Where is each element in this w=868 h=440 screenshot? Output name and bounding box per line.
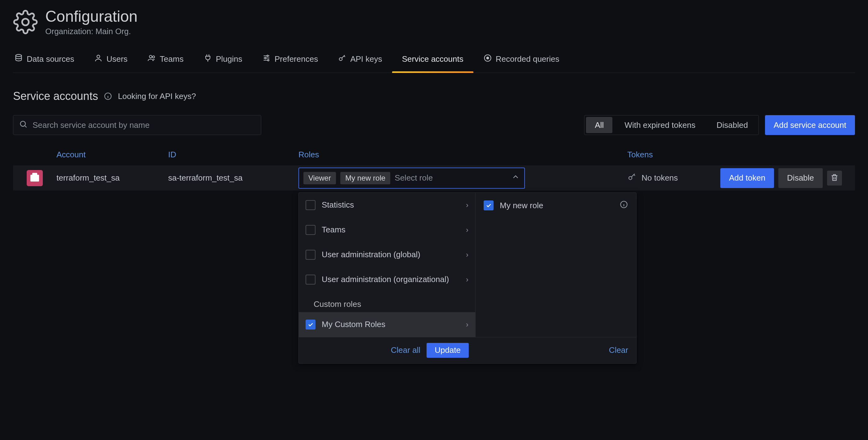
account-id: sa-terraform_test_sa: [168, 173, 299, 183]
role-chip-viewer[interactable]: Viewer: [303, 172, 336, 184]
role-detail-my-new-role[interactable]: My new role: [475, 193, 636, 218]
filter-all[interactable]: All: [586, 117, 612, 133]
col-tokens: Tokens: [627, 150, 720, 159]
tab-data-sources[interactable]: Data sources: [13, 48, 75, 72]
tab-api-keys[interactable]: API keys: [337, 48, 383, 72]
tab-label: Recorded queries: [496, 54, 559, 64]
info-icon[interactable]: [620, 200, 628, 211]
gear-icon: [13, 10, 38, 34]
chevron-right-icon: ›: [466, 275, 468, 284]
plug-icon: [204, 54, 212, 64]
row-actions: Add token Disable: [720, 168, 868, 188]
dropdown-left-column: Statistics › Teams › U: [299, 193, 475, 337]
role-detail-label: My new role: [500, 201, 543, 210]
svg-point-7: [268, 60, 269, 61]
checkbox-unchecked[interactable]: [306, 200, 315, 210]
add-token-button[interactable]: Add token: [720, 168, 774, 188]
key-icon: [338, 54, 346, 64]
info-icon[interactable]: [103, 92, 112, 100]
user-icon: [94, 54, 103, 64]
sliders-icon: [262, 54, 271, 64]
svg-point-3: [150, 55, 152, 58]
tab-preferences[interactable]: Preferences: [261, 48, 319, 72]
service-accounts-table: Account ID Roles Tokens terraform_test_s…: [13, 147, 855, 190]
role-option-my-custom-roles[interactable]: My Custom Roles ›: [299, 312, 475, 337]
checkbox-unchecked[interactable]: [306, 250, 315, 260]
svg-point-6: [265, 57, 266, 59]
filter-segmented: All With expired tokens Disabled: [584, 115, 758, 135]
role-option-label: My Custom Roles: [322, 320, 385, 329]
checkbox-unchecked[interactable]: [306, 225, 315, 235]
chevron-up-icon[interactable]: [511, 173, 520, 183]
svg-point-10: [487, 57, 489, 59]
toolbar: All With expired tokens Disabled Add ser…: [13, 115, 855, 135]
role-option-teams[interactable]: Teams ›: [299, 217, 475, 242]
role-option-user-admin-org[interactable]: User administration (organizational) ›: [299, 267, 475, 292]
disable-button[interactable]: Disable: [778, 168, 823, 188]
users-icon: [147, 54, 156, 64]
filter-disabled[interactable]: Disabled: [706, 115, 758, 135]
svg-point-8: [339, 58, 342, 60]
database-icon: [14, 54, 23, 64]
role-option-label: User administration (global): [322, 250, 420, 259]
api-keys-hint[interactable]: Looking for API keys?: [118, 91, 196, 101]
clear-all-button[interactable]: Clear all: [391, 343, 420, 358]
tab-teams[interactable]: Teams: [146, 48, 185, 72]
checkbox-unchecked[interactable]: [306, 274, 315, 285]
checkbox-checked[interactable]: [484, 201, 494, 210]
tokens-cell: No tokens: [627, 172, 720, 184]
account-name[interactable]: terraform_test_sa: [57, 173, 168, 183]
tab-service-accounts[interactable]: Service accounts: [401, 48, 465, 72]
search-input[interactable]: [33, 120, 255, 130]
role-dropdown: Statistics › Teams › U: [299, 193, 637, 364]
delete-button[interactable]: [827, 171, 842, 185]
tab-recorded-queries[interactable]: Recorded queries: [482, 48, 561, 72]
search-input-wrap[interactable]: [13, 115, 261, 135]
add-service-account-button[interactable]: Add service account: [765, 115, 855, 135]
page-title: Configuration: [45, 7, 137, 25]
tab-label: Plugins: [216, 54, 242, 64]
subheader: Service accounts Looking for API keys?: [13, 90, 855, 103]
tab-label: Data sources: [27, 54, 74, 64]
dropdown-right-column: My new role: [475, 193, 636, 337]
role-chip-my-new-role[interactable]: My new role: [340, 172, 390, 184]
role-option-label: User administration (organizational): [322, 274, 449, 284]
svg-point-0: [22, 19, 29, 25]
tab-label: Preferences: [275, 54, 318, 64]
role-option-user-admin-global[interactable]: User administration (global) ›: [299, 242, 475, 267]
nav-tabs: Data sources Users Teams Plugins Prefere…: [13, 48, 855, 73]
role-option-label: Statistics: [322, 200, 354, 210]
role-input[interactable]: [395, 173, 507, 183]
page-header: Configuration Organization: Main Org.: [13, 7, 855, 36]
checkbox-checked[interactable]: [306, 320, 315, 329]
search-icon: [19, 120, 28, 130]
role-option-label: Teams: [322, 225, 346, 235]
tab-label: Service accounts: [402, 54, 463, 64]
role-multiselect[interactable]: Viewer My new role Statistics: [299, 168, 525, 189]
chevron-right-icon: ›: [466, 320, 468, 329]
svg-point-14: [629, 177, 632, 180]
key-icon: [627, 172, 637, 184]
tab-plugins[interactable]: Plugins: [202, 48, 244, 72]
svg-point-4: [152, 56, 154, 58]
role-section-custom: Custom roles: [299, 292, 475, 312]
tab-label: Users: [106, 54, 127, 64]
dropdown-footer: Clear all Update Clear: [299, 337, 636, 363]
chevron-right-icon: ›: [466, 226, 468, 234]
svg-point-12: [21, 121, 25, 126]
trash-icon: [830, 173, 839, 183]
col-account: Account: [57, 150, 168, 159]
update-button[interactable]: Update: [427, 343, 469, 358]
chevron-right-icon: ›: [466, 251, 468, 259]
tab-users[interactable]: Users: [93, 48, 129, 72]
tab-label: API keys: [350, 54, 382, 64]
filter-expired[interactable]: With expired tokens: [614, 115, 706, 135]
chevron-right-icon: ›: [466, 201, 468, 209]
record-icon: [483, 54, 492, 64]
col-id: ID: [168, 150, 299, 159]
tokens-text: No tokens: [642, 173, 678, 183]
avatar: [27, 170, 43, 186]
role-option-statistics[interactable]: Statistics ›: [299, 193, 475, 217]
svg-point-5: [267, 55, 268, 57]
clear-button[interactable]: Clear: [609, 343, 628, 358]
